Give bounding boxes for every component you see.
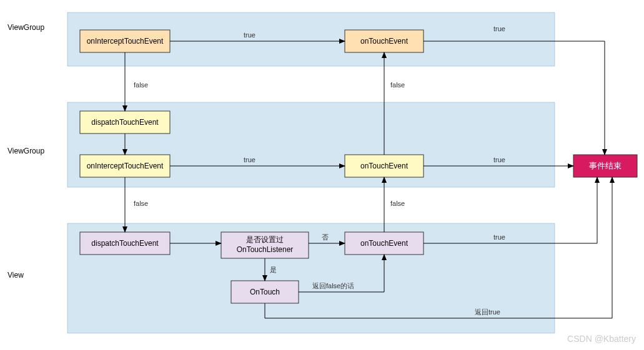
svg-text:true: true — [244, 156, 255, 163]
svg-text:dispatchTouchEvent: dispatchTouchEvent — [91, 239, 159, 248]
svg-text:false: false — [390, 81, 405, 89]
lane-label-2: ViewGroup — [7, 147, 44, 155]
svg-text:onInterceptTouchEvent: onInterceptTouchEvent — [87, 162, 164, 170]
svg-text:OnTouchListener: OnTouchListener — [237, 245, 294, 254]
svg-text:onTouchEvent: onTouchEvent — [360, 162, 409, 170]
svg-text:否: 否 — [322, 233, 329, 241]
svg-text:OnTouch: OnTouch — [250, 288, 280, 296]
lane-label-1: ViewGroup — [7, 23, 44, 32]
svg-text:false: false — [390, 200, 405, 207]
svg-text:onTouchEvent: onTouchEvent — [360, 37, 409, 46]
svg-text:onInterceptTouchEvent: onInterceptTouchEvent — [87, 37, 164, 46]
svg-text:false: false — [134, 200, 148, 207]
svg-text:返回false的话: 返回false的话 — [312, 282, 354, 289]
svg-text:onTouchEvent: onTouchEvent — [360, 239, 409, 248]
svg-text:返回true: 返回true — [475, 308, 500, 316]
svg-text:事件结束: 事件结束 — [589, 161, 622, 170]
svg-text:true: true — [493, 156, 505, 163]
lane-label-3: View — [7, 271, 24, 280]
svg-text:false: false — [134, 81, 148, 89]
svg-text:是: 是 — [270, 266, 277, 273]
svg-text:true: true — [493, 25, 505, 32]
svg-text:true: true — [493, 233, 505, 241]
svg-text:是否设置过: 是否设置过 — [246, 235, 284, 244]
svg-text:dispatchTouchEvent: dispatchTouchEvent — [91, 118, 159, 127]
flow-diagram: ViewGroup ViewGroup View onInterceptTouc… — [0, 0, 644, 350]
watermark: CSDN @Kbattery — [567, 334, 636, 344]
svg-text:true: true — [244, 31, 255, 39]
